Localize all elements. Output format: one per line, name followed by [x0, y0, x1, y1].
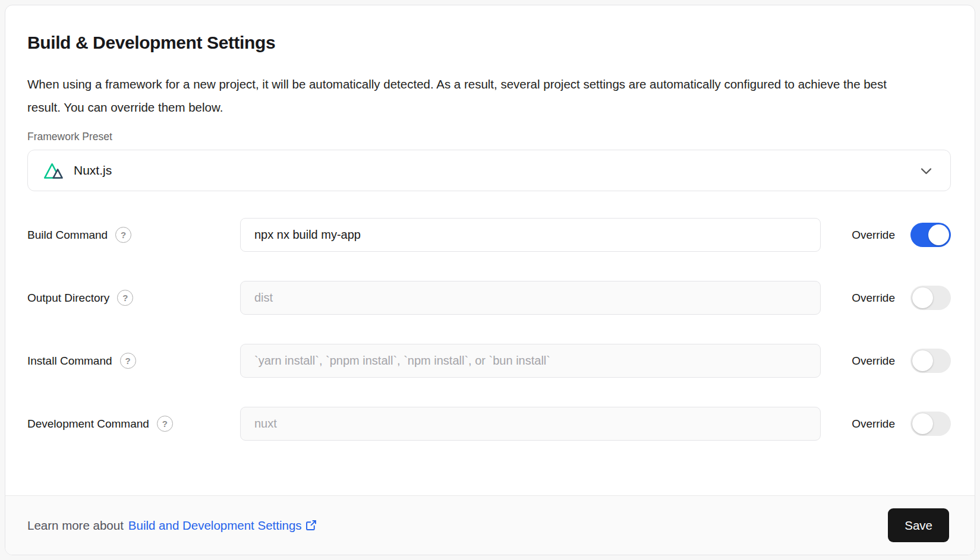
- row-override-group: Override: [821, 286, 951, 310]
- framework-selected-value: Nuxt.js: [74, 163, 112, 178]
- row-input-group: [240, 281, 821, 315]
- row-override-group: Override: [821, 412, 951, 436]
- learn-more-text: Learn more about Build and Development S…: [27, 518, 317, 533]
- row-input-group: [240, 344, 821, 378]
- build-command-label: Build Command: [27, 229, 108, 242]
- row-override-group: Override: [821, 349, 951, 373]
- card-footer: Learn more about Build and Development S…: [5, 495, 975, 555]
- framework-preset-select[interactable]: Nuxt.js: [27, 150, 951, 191]
- learn-more-link-label: Build and Development Settings: [128, 518, 302, 533]
- development-command-input[interactable]: [240, 407, 821, 441]
- install-command-override-toggle[interactable]: [910, 349, 951, 373]
- build-command-input[interactable]: [240, 218, 821, 252]
- row-label-group: Development Command ?: [27, 416, 240, 432]
- build-command-row: Build Command ? Override: [27, 218, 951, 252]
- page-title: Build & Development Settings: [27, 33, 951, 53]
- development-command-label: Development Command: [27, 417, 149, 431]
- help-icon[interactable]: ?: [120, 353, 136, 369]
- save-button[interactable]: Save: [888, 508, 949, 542]
- learn-more-prefix: Learn more about: [27, 518, 124, 533]
- install-command-row: Install Command ? Override: [27, 344, 951, 378]
- override-label: Override: [852, 417, 895, 431]
- development-command-override-toggle[interactable]: [910, 412, 951, 436]
- row-label-group: Build Command ?: [27, 227, 240, 243]
- build-settings-docs-link[interactable]: Build and Development Settings: [128, 518, 317, 533]
- override-label: Override: [852, 355, 895, 368]
- toggle-knob: [928, 224, 949, 245]
- build-settings-card: Build & Development Settings When using …: [5, 5, 975, 555]
- build-command-override-toggle[interactable]: [910, 223, 951, 247]
- nuxt-logo-icon: [43, 162, 65, 179]
- help-icon[interactable]: ?: [117, 290, 133, 306]
- framework-preset-label: Framework Preset: [27, 131, 951, 143]
- chevron-down-icon: [918, 163, 934, 179]
- output-directory-row: Output Directory ? Override: [27, 281, 951, 315]
- settings-main: Build & Development Settings When using …: [5, 5, 975, 495]
- output-directory-override-toggle[interactable]: [910, 286, 951, 310]
- output-directory-input[interactable]: [240, 281, 821, 315]
- override-label: Override: [852, 292, 895, 305]
- row-override-group: Override: [821, 223, 951, 247]
- row-input-group: [240, 407, 821, 441]
- row-label-group: Install Command ?: [27, 353, 240, 369]
- install-command-label: Install Command: [27, 355, 112, 368]
- settings-rows: Build Command ? Override Output Director…: [27, 218, 951, 441]
- development-command-row: Development Command ? Override: [27, 407, 951, 441]
- override-label: Override: [852, 229, 895, 242]
- help-icon[interactable]: ?: [157, 416, 173, 432]
- panel-description: When using a framework for a new project…: [27, 72, 916, 119]
- install-command-input[interactable]: [240, 344, 821, 378]
- output-directory-label: Output Directory: [27, 292, 109, 305]
- row-input-group: [240, 218, 821, 252]
- help-icon[interactable]: ?: [115, 227, 131, 243]
- toggle-knob: [912, 413, 933, 434]
- row-label-group: Output Directory ?: [27, 290, 240, 306]
- toggle-knob: [912, 287, 933, 308]
- external-link-icon: [305, 519, 317, 531]
- toggle-knob: [912, 350, 933, 371]
